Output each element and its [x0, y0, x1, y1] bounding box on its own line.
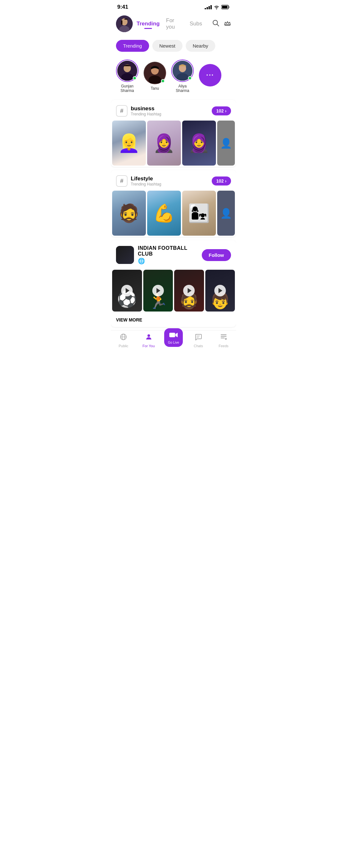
nav-tabs: Trending For you Subs — [136, 18, 209, 30]
status-bar: 9:41 — [111, 0, 236, 13]
grid-img-business-1[interactable]: 👱‍♀️ — [112, 121, 146, 165]
search-icon[interactable] — [212, 20, 219, 28]
video-thumb-4[interactable]: 👦 — [205, 270, 235, 311]
filter-newest[interactable]: Newest — [152, 40, 183, 52]
svg-rect-28 — [221, 334, 226, 335]
grid-img-business-3[interactable]: 🧕 — [182, 121, 216, 165]
header-icons — [212, 20, 231, 28]
user-avatar[interactable] — [116, 16, 133, 32]
filter-nearby[interactable]: Nearby — [186, 40, 215, 52]
club-info: INDIAN FOOTBALL CLUB 🌐 — [138, 245, 198, 265]
status-time: 9:41 — [117, 4, 128, 10]
crown-icon[interactable] — [224, 20, 231, 28]
hashtag-text-lifestyle: Lifestyle Trending Hashtag — [131, 176, 161, 186]
svg-point-26 — [148, 334, 150, 337]
image-grid-business: 👱‍♀️ 🧕 🧕 👤 — [111, 121, 236, 167]
nav-label-for-you: For You — [143, 344, 155, 348]
svg-rect-29 — [221, 336, 226, 337]
hashtag-count-lifestyle[interactable]: 102 › — [212, 177, 231, 186]
image-grid-lifestyle: 🧔 💪 👩‍👧 👤 — [111, 191, 236, 237]
svg-rect-18 — [116, 246, 134, 264]
story-avatar-tanu — [144, 62, 166, 84]
story-name-tanu: Tanu — [151, 86, 159, 91]
stories-row: Gunjan Sharma Tanu — [111, 56, 236, 97]
tab-for-you[interactable]: For you — [166, 18, 183, 30]
nav-go-live[interactable]: Go Live — [164, 328, 183, 347]
view-more-button[interactable]: VIEW MORE — [111, 313, 236, 327]
online-dot-tanu — [161, 79, 165, 83]
grid-img-business-4[interactable]: 👤 — [217, 121, 235, 165]
hashtag-text-business: business Trending Hashtag — [131, 105, 161, 116]
section-club: WINDY CITY RAMPAGE INDIAN FOOTBALL CLUB … — [111, 240, 236, 327]
svg-text:CITY: CITY — [123, 254, 127, 256]
club-header: WINDY CITY RAMPAGE INDIAN FOOTBALL CLUB … — [111, 240, 236, 270]
go-live-icon — [169, 331, 178, 340]
nav-feeds[interactable]: Feeds — [214, 333, 233, 348]
tab-subs[interactable]: Subs — [190, 21, 202, 27]
section-business: # business Trending Hashtag 102 › 👱‍♀️ 🧕… — [111, 100, 236, 167]
nav-label-go-live: Go Live — [168, 341, 179, 344]
wifi-icon — [214, 5, 219, 9]
story-item-gunjan[interactable]: Gunjan Sharma — [116, 60, 138, 93]
grid-img-lifestyle-2[interactable]: 💪 — [147, 191, 181, 236]
svg-rect-27 — [169, 333, 175, 337]
online-dot-aliya — [188, 76, 192, 80]
video-thumb-1[interactable]: ⚽ — [112, 270, 142, 311]
svg-rect-30 — [221, 338, 225, 339]
nav-label-chats: Chats — [194, 344, 203, 348]
hashtag-subtitle-business: Trending Hashtag — [131, 112, 161, 116]
hashtag-title-business: business — [131, 105, 161, 112]
hashtag-header-business: # business Trending Hashtag 102 › — [111, 100, 236, 121]
public-icon — [120, 333, 127, 343]
story-item-tanu[interactable]: Tanu — [144, 62, 166, 91]
svg-point-20 — [121, 251, 129, 259]
svg-text:RAMPAGE: RAMPAGE — [122, 257, 128, 258]
svg-rect-1 — [222, 6, 227, 8]
story-avatar-gunjan — [116, 60, 138, 82]
section-lifestyle: # Lifestyle Trending Hashtag 102 › 🧔 💪 👩… — [111, 170, 236, 237]
video-thumb-2[interactable]: 🏃 — [143, 270, 173, 311]
story-avatar-aliya — [171, 60, 194, 82]
grid-img-lifestyle-4[interactable]: 👤 — [217, 191, 235, 236]
status-icons — [205, 5, 230, 9]
story-item-aliya[interactable]: Aliya Sharma — [171, 60, 194, 93]
grid-img-lifestyle-3[interactable]: 👩‍👧 — [182, 191, 216, 236]
hashtag-title-lifestyle: Lifestyle — [131, 176, 161, 182]
nav-for-you[interactable]: For You — [139, 333, 158, 348]
svg-rect-5 — [121, 20, 122, 25]
story-name-aliya: Aliya Sharma — [171, 84, 194, 93]
online-dot-gunjan — [133, 76, 136, 80]
story-name-gunjan: Gunjan Sharma — [116, 84, 138, 93]
svg-text:WINDY: WINDY — [122, 252, 128, 254]
nav-chats[interactable]: Chats — [189, 333, 208, 348]
tab-trending[interactable]: Trending — [136, 21, 160, 27]
nav-label-public: Public — [119, 344, 128, 348]
bottom-nav: Public For You Go Live Chats — [111, 330, 236, 353]
feeds-icon — [220, 333, 227, 343]
story-more-btn[interactable]: ··· — [199, 64, 221, 87]
video-thumb-3[interactable]: 🧔 — [174, 270, 204, 311]
svg-marker-19 — [119, 248, 131, 262]
nav-public[interactable]: Public — [114, 333, 133, 348]
for-you-icon — [145, 333, 153, 343]
hashtag-subtitle-lifestyle: Trending Hashtag — [131, 182, 161, 186]
follow-button[interactable]: Follow — [202, 249, 231, 261]
chats-icon — [194, 333, 202, 343]
hashtag-header-lifestyle: # Lifestyle Trending Hashtag 102 › — [111, 170, 236, 191]
grid-img-business-2[interactable]: 🧕 — [147, 121, 181, 165]
club-name: INDIAN FOOTBALL CLUB — [138, 245, 198, 257]
svg-rect-8 — [225, 25, 230, 26]
filter-row: Trending Newest Nearby — [111, 36, 236, 56]
filter-trending[interactable]: Trending — [116, 40, 149, 52]
hashtag-icon-lifestyle: # — [116, 175, 128, 187]
hashtag-count-business[interactable]: 102 › — [212, 106, 231, 116]
grid-img-lifestyle-1[interactable]: 🧔 — [112, 191, 146, 236]
svg-rect-6 — [124, 19, 128, 20]
signal-icon — [205, 5, 212, 9]
video-grid: ⚽ 🏃 🧔 — [111, 270, 236, 313]
battery-icon — [221, 5, 230, 9]
club-globe-icon: 🌐 — [138, 257, 198, 265]
header: Trending For you Subs — [111, 13, 236, 36]
story-more[interactable]: ··· — [199, 64, 221, 88]
club-logo: WINDY CITY RAMPAGE — [116, 246, 134, 264]
